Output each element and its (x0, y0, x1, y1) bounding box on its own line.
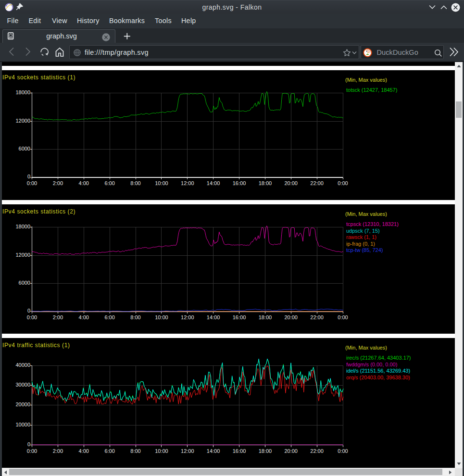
svg-text:10:00: 10:00 (155, 448, 168, 454)
svg-text:22:00: 22:00 (310, 448, 324, 454)
svg-text:tcpsck (12310, 18321): tcpsck (12310, 18321) (346, 221, 399, 227)
svg-text:14:00: 14:00 (207, 180, 220, 186)
svg-text:4:00: 4:00 (78, 314, 88, 320)
svg-text:6000: 6000 (19, 280, 30, 286)
svg-text:0: 0 (27, 174, 30, 179)
svg-text:2:00: 2:00 (53, 448, 63, 454)
svg-text:totsck (12427, 18457): totsck (12427, 18457) (346, 87, 397, 93)
svg-text:12:00: 12:00 (181, 314, 194, 320)
svg-text:ip-frag (0, 1): ip-frag (0, 1) (346, 240, 375, 246)
svg-text:8:00: 8:00 (130, 180, 140, 186)
svg-text:0:00: 0:00 (27, 448, 37, 454)
svg-text:18:00: 18:00 (259, 314, 272, 320)
svg-text:12:00: 12:00 (181, 448, 194, 454)
svg-text:30000: 30000 (15, 382, 30, 388)
svg-text:0:00: 0:00 (338, 314, 348, 320)
svg-text:16:00: 16:00 (233, 180, 246, 186)
svg-text:22:00: 22:00 (310, 180, 324, 186)
svg-text:IPv4 sockets statistics (2): IPv4 sockets statistics (2) (2, 208, 75, 214)
svg-text:4:00: 4:00 (78, 180, 88, 186)
svg-text:irec/s (21267.64, 43403.17): irec/s (21267.64, 43403.17) (346, 355, 411, 361)
svg-text:18:00: 18:00 (259, 180, 272, 186)
svg-text:0:00: 0:00 (338, 180, 348, 186)
svg-text:0:00: 0:00 (338, 448, 348, 454)
svg-text:20:00: 20:00 (284, 314, 298, 320)
svg-text:16:00: 16:00 (233, 448, 246, 454)
svg-text:16:00: 16:00 (233, 314, 246, 320)
svg-text:0:00: 0:00 (27, 180, 37, 186)
svg-text:4:00: 4:00 (78, 448, 88, 454)
svg-text:14:00: 14:00 (207, 448, 220, 454)
svg-text:idel/s (21151.56, 43269.43): idel/s (21151.56, 43269.43) (346, 368, 410, 374)
svg-text:18000: 18000 (15, 89, 30, 95)
svg-text:6:00: 6:00 (104, 314, 114, 320)
svg-text:22:00: 22:00 (310, 314, 324, 320)
svg-text:8:00: 8:00 (130, 314, 140, 320)
svg-text:(Min, Max values): (Min, Max values) (345, 345, 387, 351)
svg-text:20:00: 20:00 (284, 448, 298, 454)
svg-text:10:00: 10:00 (155, 314, 168, 320)
svg-text:10000: 10000 (15, 422, 30, 427)
svg-text:12000: 12000 (15, 251, 30, 257)
svg-text:0:00: 0:00 (27, 314, 37, 320)
svg-text:8:00: 8:00 (130, 448, 140, 454)
svg-text:20:00: 20:00 (284, 180, 298, 186)
svg-text:udpsck (7, 15): udpsck (7, 15) (346, 227, 380, 233)
svg-text:0: 0 (27, 441, 30, 447)
svg-text:2:00: 2:00 (53, 180, 63, 186)
svg-text:0: 0 (27, 308, 30, 313)
svg-text:IPv4 traffic statistics (1): IPv4 traffic statistics (1) (2, 342, 70, 349)
svg-text:6:00: 6:00 (104, 180, 114, 186)
svg-text:14:00: 14:00 (207, 314, 220, 320)
svg-text:6000: 6000 (19, 146, 30, 151)
svg-text:12:00: 12:00 (181, 180, 194, 186)
svg-text:rawsck (1, 1): rawsck (1, 1) (346, 234, 376, 240)
svg-text:6:00: 6:00 (104, 448, 114, 454)
svg-text:20000: 20000 (15, 402, 30, 408)
svg-text:12000: 12000 (15, 117, 30, 123)
svg-text:(Min, Max values): (Min, Max values) (345, 211, 387, 217)
svg-text:fwddgm/s (0.00, 0.00): fwddgm/s (0.00, 0.00) (346, 362, 397, 367)
svg-text:orq/s (20403.00, 39638.30): orq/s (20403.00, 39638.30) (346, 375, 410, 380)
svg-text:40000: 40000 (15, 362, 30, 368)
svg-text:18000: 18000 (15, 224, 30, 229)
svg-text:(Min, Max values): (Min, Max values) (345, 77, 387, 83)
svg-text:2:00: 2:00 (53, 314, 63, 320)
svg-text:IPv4 sockets statistics (1): IPv4 sockets statistics (1) (2, 74, 75, 80)
svg-text:10:00: 10:00 (155, 180, 168, 186)
svg-text:tcp-tw (85, 724): tcp-tw (85, 724) (346, 247, 383, 253)
svg-text:18:00: 18:00 (259, 448, 272, 454)
